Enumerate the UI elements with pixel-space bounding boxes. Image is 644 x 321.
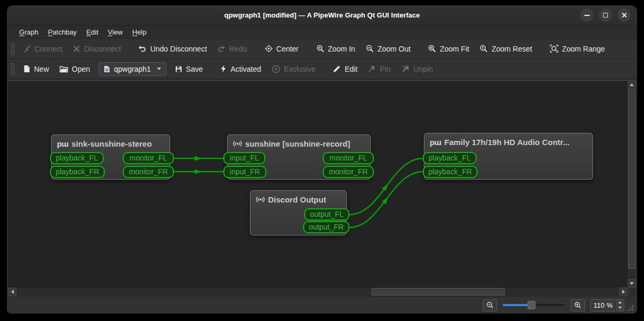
zoom-fit-button[interactable]: Zoom Fit <box>423 41 474 56</box>
exclusive-button[interactable]: Exclusive <box>266 62 321 77</box>
zoom-percent-spinbox[interactable]: 110 % <box>590 299 624 311</box>
window-controls <box>580 5 631 25</box>
node-title: Family 17h/19h HD Audio Contr... <box>445 138 570 147</box>
scrollbar-corner <box>628 288 636 296</box>
edit-pencil-icon <box>333 65 341 73</box>
zoom-range-button[interactable]: Zoom Range <box>545 41 610 56</box>
zoom-in-button[interactable]: Zoom In <box>311 41 361 56</box>
menu-edit[interactable]: Edit <box>81 27 103 38</box>
zoom-in-icon <box>574 301 582 309</box>
patchbay-combobox-value: qpwgraph1 <box>114 65 150 73</box>
close-button[interactable] <box>617 9 631 22</box>
undo-icon <box>138 45 146 53</box>
disconnect-button[interactable]: Disconnect <box>68 41 126 56</box>
zoom-range-icon <box>550 45 558 53</box>
port-out[interactable]: output_FR <box>303 221 349 233</box>
new-button[interactable]: New <box>18 62 54 77</box>
new-file-icon <box>23 65 30 73</box>
minimize-button[interactable] <box>580 9 593 22</box>
redo-button[interactable]: Redo <box>212 41 252 56</box>
minimize-icon <box>584 15 590 16</box>
open-folder-icon <box>60 65 68 73</box>
port-out[interactable]: monitor_FR <box>323 166 374 178</box>
app-window: qpwgraph1 [modified] — A PipeWire Graph … <box>7 5 637 314</box>
port-out[interactable]: monitor_FR <box>123 166 174 178</box>
zoom-slider[interactable] <box>503 300 565 310</box>
pipewire-icon: pɯ <box>430 138 441 147</box>
menu-graph[interactable]: Graph <box>14 27 43 38</box>
zoom-in-icon <box>316 45 324 53</box>
toolbar-drag-handle[interactable] <box>11 63 14 75</box>
redo-icon <box>218 45 225 53</box>
open-button[interactable]: Open <box>54 62 95 77</box>
toolbar-separator <box>419 43 420 55</box>
node-title: Discord Output <box>268 195 326 204</box>
port-in[interactable]: playback_FL <box>423 152 476 164</box>
scroll-left-button[interactable] <box>8 288 16 296</box>
arrow-down-icon <box>618 307 622 309</box>
broadcast-icon <box>256 195 265 204</box>
port-in[interactable]: playback_FR <box>50 166 105 178</box>
toolbar-separator <box>541 43 541 55</box>
patchbay-file-icon <box>104 65 110 73</box>
port-in[interactable]: playback_FL <box>50 152 104 164</box>
unpin-icon <box>402 65 410 73</box>
toolbar-drag-handle[interactable] <box>11 43 14 55</box>
zoom-out-button[interactable]: Zoom Out <box>361 41 416 56</box>
toolbar-separator <box>129 43 130 55</box>
port-out[interactable]: monitor_FL <box>123 152 174 164</box>
menu-patchbay[interactable]: Patchbay <box>43 27 81 38</box>
connection-wires[interactable] <box>9 81 626 288</box>
edit-button[interactable]: Edit <box>328 62 363 77</box>
scroll-up-button[interactable] <box>628 80 636 89</box>
scroll-down-button[interactable] <box>628 279 636 288</box>
titlebar[interactable]: qpwgraph1 [modified] — A PipeWire Graph … <box>7 5 637 26</box>
chevron-down-icon <box>157 67 161 70</box>
node-title: sunshine [sunshine-record] <box>245 139 350 148</box>
arrow-left-icon <box>11 290 14 294</box>
statusbar-zoom-in-button[interactable] <box>571 299 585 311</box>
port-out[interactable]: monitor_FL <box>323 152 374 164</box>
port-in[interactable]: input_FR <box>223 166 266 178</box>
spin-up-button[interactable] <box>616 300 624 306</box>
graph-main-area: pɯ sink-sunshine-stereo playback_FL play… <box>7 79 637 296</box>
menu-help[interactable]: Help <box>128 27 152 38</box>
toolbar-file: New Open qpwgraph1 Save Activated Exclus… <box>7 59 637 79</box>
window-title: qpwgraph1 [modified] — A PipeWire Graph … <box>224 11 420 19</box>
center-button[interactable]: Center <box>260 41 304 56</box>
port-in[interactable]: playback_FR <box>423 166 478 178</box>
vertical-scrollbar-thumb[interactable] <box>628 89 635 269</box>
statusbar-zoom-out-button[interactable] <box>483 299 497 311</box>
port-out[interactable]: output_FL <box>304 208 349 221</box>
connect-button[interactable]: Connect <box>18 41 68 56</box>
zoom-slider-handle[interactable] <box>528 301 536 309</box>
pin-button[interactable]: Pin <box>363 62 396 77</box>
unpin-button[interactable]: Unpin <box>396 62 439 77</box>
save-icon <box>175 65 182 73</box>
pin-icon <box>368 65 376 73</box>
spin-down-button[interactable] <box>616 305 624 311</box>
horizontal-scrollbar[interactable] <box>8 288 628 296</box>
graph-canvas[interactable]: pɯ sink-sunshine-stereo playback_FL play… <box>8 80 628 288</box>
disconnect-icon <box>73 45 80 53</box>
pipewire-icon: pɯ <box>57 139 69 148</box>
patchbay-combobox[interactable]: qpwgraph1 <box>98 62 166 76</box>
horizontal-scrollbar-thumb[interactable] <box>372 288 505 295</box>
arrow-up-icon <box>630 83 634 86</box>
canvas-frame: pɯ sink-sunshine-stereo playback_FL play… <box>8 80 636 296</box>
zoom-reset-button[interactable]: Zoom Reset <box>474 41 537 56</box>
zoom-reset-icon <box>480 45 488 53</box>
vertical-scrollbar[interactable] <box>628 80 636 288</box>
toolbar-graph: Connect Disconnect Undo Disconnect Redo … <box>7 39 637 59</box>
maximize-button[interactable] <box>599 9 612 22</box>
menu-view[interactable]: View <box>103 27 128 38</box>
window-resize-grip[interactable] <box>627 304 634 311</box>
statusbar: 110 % <box>7 296 637 314</box>
undo-disconnect-button[interactable]: Undo Disconnect <box>133 41 212 56</box>
activated-button[interactable]: Activated <box>215 62 266 77</box>
node-title: sink-sunshine-stereo <box>72 139 152 148</box>
port-in[interactable]: input_FL <box>223 152 265 164</box>
save-button[interactable]: Save <box>170 62 208 77</box>
scroll-right-button[interactable] <box>619 288 628 296</box>
center-icon <box>265 45 273 53</box>
